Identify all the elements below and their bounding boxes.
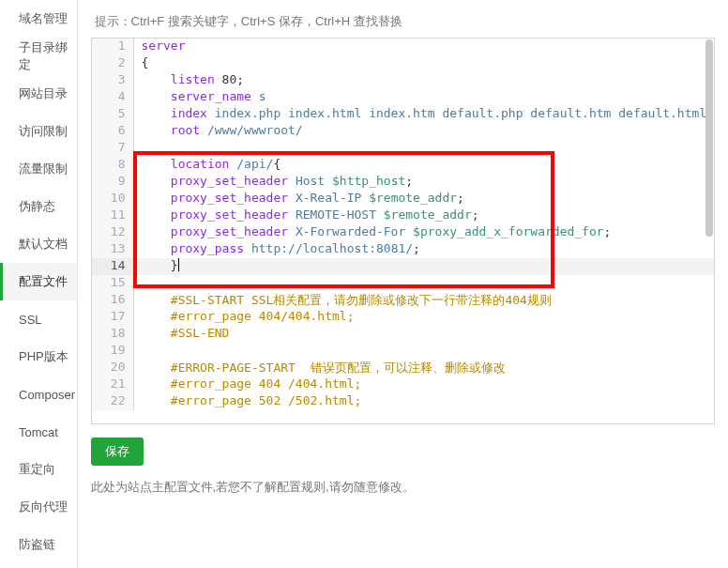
kw-server: server (142, 38, 186, 53)
sidebar-item-sitedir[interactable]: 网站目录 (0, 75, 77, 113)
sidebar-item-rewrite[interactable]: 伪静态 (0, 188, 77, 225)
sidebar-item-subdir[interactable]: 子目录绑定 (0, 38, 77, 75)
gutter-ln: 1 (92, 38, 134, 55)
sidebar-item-composer[interactable]: Composer (0, 376, 77, 413)
sidebar-item-defdoc[interactable]: 默认文档 (0, 225, 77, 263)
sidebar-item-php[interactable]: PHP版本 (0, 338, 77, 376)
sidebar: 域名管理 子目录绑定 网站目录 访问限制 流量限制 伪静态 默认文档 配置文件 … (0, 0, 78, 568)
sidebar-item-tomcat[interactable]: Tomcat (0, 413, 77, 451)
save-button[interactable]: 保存 (91, 438, 144, 466)
sidebar-item-traffic[interactable]: 流量限制 (0, 150, 77, 188)
hint-text: 提示：Ctrl+F 搜索关键字，Ctrl+S 保存，Ctrl+H 查找替换 (91, 9, 716, 38)
sidebar-item-access[interactable]: 访问限制 (0, 113, 77, 150)
editor-scrollbar[interactable] (705, 39, 713, 422)
sidebar-item-hotlink[interactable]: 防盗链 (0, 526, 77, 563)
sidebar-item-config[interactable]: 配置文件 (0, 263, 77, 300)
sidebar-item-redirect[interactable]: 重定向 (0, 451, 77, 488)
sidebar-item-domain[interactable]: 域名管理 (0, 0, 77, 38)
scroll-thumb[interactable] (705, 39, 713, 237)
text-cursor (178, 258, 179, 271)
config-editor[interactable]: 1server 2{ 3 listen 80; 4 server_name s … (91, 38, 716, 424)
footer-note: 此处为站点主配置文件,若您不了解配置规则,请勿随意修改。 (91, 479, 716, 496)
sidebar-item-ssl[interactable]: SSL (0, 300, 77, 338)
sidebar-item-proxy[interactable]: 反向代理 (0, 488, 77, 526)
